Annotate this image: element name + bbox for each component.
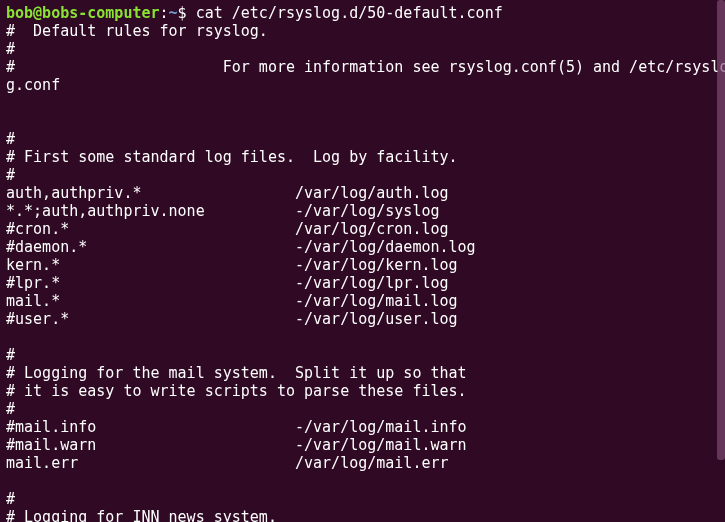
prompt-line[interactable]: bob@bobs-computer:~$ cat /etc/rsyslog.d/… bbox=[6, 4, 719, 22]
scrollbar-track[interactable] bbox=[717, 0, 725, 522]
prompt-dollar: $ bbox=[178, 4, 196, 22]
output-line: # it is easy to write scripts to parse t… bbox=[6, 382, 719, 400]
output-line: # bbox=[6, 400, 719, 418]
output-line: # Default rules for rsyslog. bbox=[6, 22, 719, 40]
output-line: auth,authpriv.* /var/log/auth.log bbox=[6, 184, 719, 202]
output-line: #mail.info -/var/log/mail.info bbox=[6, 418, 719, 436]
output-line: #mail.warn -/var/log/mail.warn bbox=[6, 436, 719, 454]
prompt-colon: : bbox=[160, 4, 169, 22]
output-line bbox=[6, 94, 719, 112]
output-line bbox=[6, 472, 719, 490]
output-line: g.conf bbox=[6, 76, 719, 94]
output-line: mail.err /var/log/mail.err bbox=[6, 454, 719, 472]
output-line: # For more information see rsyslog.conf(… bbox=[6, 58, 719, 76]
output-line: *.*;auth,authpriv.none -/var/log/syslog bbox=[6, 202, 719, 220]
output-line: # bbox=[6, 346, 719, 364]
output-line: # Logging for INN news system. bbox=[6, 508, 719, 522]
output-line bbox=[6, 328, 719, 346]
prompt-user-host: bob@bobs-computer bbox=[6, 4, 160, 22]
command-text: cat /etc/rsyslog.d/50-default.conf bbox=[196, 4, 503, 22]
output-line: # First some standard log files. Log by … bbox=[6, 148, 719, 166]
output-line bbox=[6, 112, 719, 130]
output-line: # bbox=[6, 166, 719, 184]
output-line: #cron.* /var/log/cron.log bbox=[6, 220, 719, 238]
output-line: # bbox=[6, 490, 719, 508]
output-line: #user.* -/var/log/user.log bbox=[6, 310, 719, 328]
output-line: # Logging for the mail system. Split it … bbox=[6, 364, 719, 382]
output-line: # bbox=[6, 130, 719, 148]
output-line: # bbox=[6, 40, 719, 58]
output-line: #lpr.* -/var/log/lpr.log bbox=[6, 274, 719, 292]
output-line: kern.* -/var/log/kern.log bbox=[6, 256, 719, 274]
output-line: #daemon.* -/var/log/daemon.log bbox=[6, 238, 719, 256]
output-container: # Default rules for rsyslog.## For more … bbox=[6, 22, 719, 522]
output-line: mail.* -/var/log/mail.log bbox=[6, 292, 719, 310]
scrollbar-thumb[interactable] bbox=[717, 0, 725, 460]
prompt-cwd: ~ bbox=[169, 4, 178, 22]
